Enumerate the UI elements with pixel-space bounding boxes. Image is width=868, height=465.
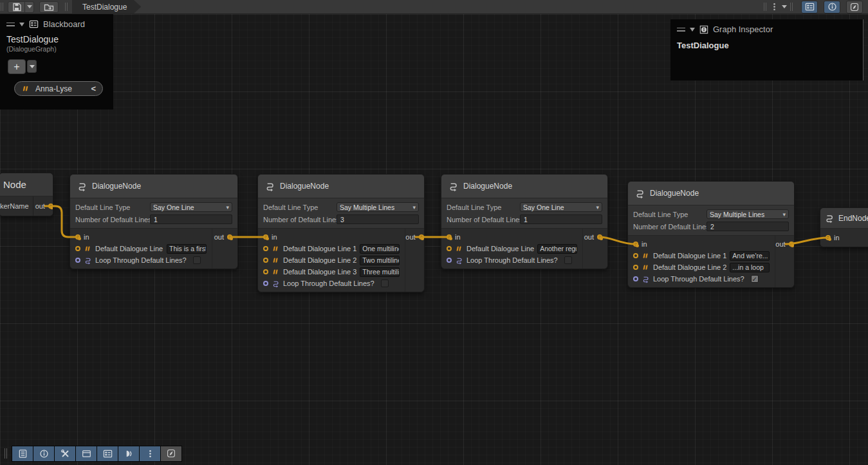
line-type-dropdown[interactable]: Say One Line — [520, 202, 602, 212]
out-port-label: out — [775, 240, 785, 248]
line-type-dropdown[interactable]: Say Multiple Lines — [337, 202, 419, 212]
quote-icon — [642, 252, 650, 260]
quote-icon — [272, 268, 280, 276]
window-icon — [82, 449, 91, 459]
port-loop[interactable] — [447, 258, 452, 263]
toggle-script-button[interactable] — [12, 446, 33, 461]
graph-canvas[interactable]: Node kerName out DialogueNode Default L — [0, 14, 868, 465]
line-text-field[interactable]: Another regu — [537, 244, 577, 254]
in-port-label: in — [834, 234, 840, 242]
node-title-bar: DialogueNode — [70, 175, 237, 198]
line-label: Default Dialogue Line 2 — [653, 263, 726, 271]
quote-icon — [21, 84, 30, 93]
toggle-graph-inspector-button[interactable] — [824, 1, 840, 14]
port-line[interactable] — [633, 253, 638, 258]
dialogue-node-3[interactable]: DialogueNode Default Line Type Say One L… — [441, 174, 608, 269]
num-lines-field[interactable]: 1 — [520, 214, 602, 224]
node-title-bar: Node — [0, 173, 53, 196]
port-loop[interactable] — [633, 276, 638, 281]
end-node[interactable]: EndNode in — [820, 207, 868, 247]
loop-checkbox[interactable]: ✓ — [751, 275, 759, 283]
line-text-field[interactable]: Two multiline — [360, 256, 400, 265]
field-value: 1 — [154, 216, 158, 223]
save-button[interactable] — [8, 1, 25, 13]
toggle-blackboard-button[interactable] — [801, 1, 818, 14]
dialogue-node-1[interactable]: DialogueNode Default Line Type Say One L… — [69, 174, 238, 269]
port-line[interactable] — [263, 258, 268, 263]
blackboard-header[interactable]: Blackboard — [0, 14, 113, 32]
overflow-menu-button[interactable] — [767, 2, 790, 12]
tools-icon — [60, 449, 70, 459]
line-text-field[interactable]: And we're... — [730, 251, 770, 261]
speaker-node-partial[interactable]: Node kerName out — [0, 173, 53, 216]
quill-icon — [167, 449, 176, 458]
node-title: DialogueNode — [463, 182, 512, 191]
end-node-icon — [824, 213, 835, 223]
plus-icon: + — [14, 62, 19, 72]
toggle-inspector-button[interactable] — [33, 446, 54, 461]
toggle-blackboard-button[interactable] — [97, 446, 118, 461]
add-property-dropdown[interactable] — [27, 60, 37, 73]
loop-checkbox[interactable] — [564, 256, 572, 264]
port-loop[interactable] — [75, 258, 80, 263]
port-line[interactable] — [75, 246, 80, 251]
port-line[interactable] — [447, 246, 452, 251]
port-line[interactable] — [263, 269, 268, 274]
in-port-label: in — [84, 233, 89, 241]
open-asset-button[interactable] — [39, 1, 59, 13]
loop-checkbox[interactable] — [381, 280, 389, 287]
num-lines-field[interactable]: 2 — [706, 222, 789, 231]
field-value: Three multili — [362, 268, 399, 276]
field-value: 1 — [524, 216, 528, 223]
add-property-button[interactable]: + — [8, 59, 26, 74]
speaker-field-label: kerName — [0, 202, 29, 210]
line-text-field[interactable]: This is a first — [167, 244, 207, 254]
dialogue-node-4[interactable]: DialogueNode Default Line Type Say Multi… — [627, 181, 795, 288]
save-options-dropdown[interactable] — [25, 1, 34, 13]
out-port-label: out — [405, 233, 415, 241]
node-title-bar: DialogueNode — [441, 175, 607, 198]
collapse-triangle-icon[interactable] — [690, 28, 695, 32]
in-port-label: in — [272, 233, 277, 241]
line-text-field[interactable]: Three multili — [360, 267, 400, 277]
toolbar-separator — [67, 3, 68, 11]
quill-mode-button[interactable] — [161, 446, 181, 461]
info-icon — [827, 2, 837, 12]
port-line[interactable] — [633, 265, 638, 270]
num-lines-field[interactable]: 1 — [150, 214, 232, 224]
field-value: Another regu — [540, 245, 577, 252]
blackboard-property-anna-lyse[interactable]: Anna-Lyse < — [14, 81, 103, 96]
line-text-field[interactable]: One multiline — [360, 244, 400, 254]
drag-handle-icon[interactable] — [6, 23, 15, 26]
line-type-label: Default Line Type — [263, 204, 337, 211]
toggle-tools-button[interactable] — [55, 446, 75, 461]
blackboard-title: Blackboard — [43, 19, 85, 29]
folder-open-icon — [44, 2, 54, 12]
toggle-dialogue-preview-button[interactable] — [118, 446, 139, 461]
more-options-button[interactable] — [140, 446, 160, 461]
graph-inspector-panel: Graph Inspector TestDialogue — [670, 19, 863, 81]
toolbar-separator — [65, 3, 66, 11]
node-title-bar: DialogueNode — [628, 182, 794, 205]
blackboard-icon — [805, 2, 815, 12]
collapse-triangle-icon[interactable] — [19, 23, 24, 26]
port-line[interactable] — [263, 246, 268, 251]
dialogue-node-2[interactable]: DialogueNode Default Line Type Say Multi… — [257, 174, 425, 292]
drag-handle-icon[interactable] — [677, 28, 685, 32]
toggle-window-button[interactable] — [76, 446, 97, 461]
loop-checkbox[interactable] — [193, 256, 201, 264]
toggle-preview-button[interactable] — [846, 1, 863, 14]
tab-testdialogue[interactable]: TestDialogue — [72, 0, 141, 14]
dialogue-node-icon — [634, 188, 645, 199]
loop-icon — [642, 275, 650, 283]
graph-inspector-header[interactable]: Graph Inspector — [670, 19, 863, 37]
graph-asset-type: (DialogueGraph) — [6, 45, 107, 53]
port-loop[interactable] — [263, 281, 268, 286]
line-text-field[interactable]: ...in a loop — [730, 263, 770, 272]
line-type-dropdown[interactable]: Say Multiple Lines — [706, 209, 789, 219]
collapse-chevron-icon[interactable]: < — [91, 84, 96, 93]
line-type-dropdown[interactable]: Say One Line — [150, 202, 232, 212]
bottom-button-strip — [12, 446, 182, 462]
field-value: 3 — [340, 216, 344, 223]
num-lines-field[interactable]: 3 — [337, 214, 419, 224]
